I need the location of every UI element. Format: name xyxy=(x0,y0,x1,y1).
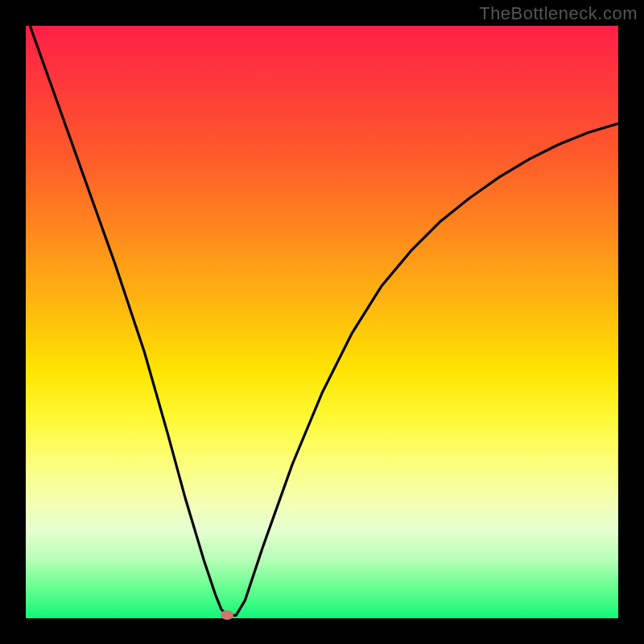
bottleneck-curve xyxy=(26,26,618,615)
plot-area xyxy=(26,26,618,618)
curve-svg xyxy=(26,26,618,618)
watermark-text: TheBottleneck.com xyxy=(479,3,638,24)
optimum-marker xyxy=(221,610,233,620)
chart-frame: TheBottleneck.com xyxy=(0,0,644,644)
